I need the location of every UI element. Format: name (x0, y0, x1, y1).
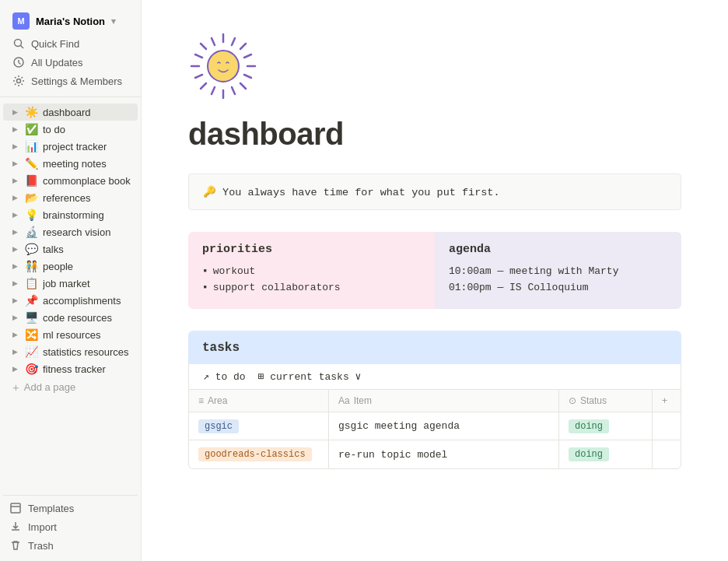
quick-find-label: Quick Find (31, 38, 79, 50)
templates-icon (9, 502, 22, 514)
quick-find-button[interactable]: Quick Find (6, 34, 135, 53)
fitness-icon: 🎯 (25, 363, 38, 375)
sidebar: M Maria's Notion ▾ Quick Find All Update… (0, 0, 142, 561)
dashboard-label: dashboard (43, 107, 131, 118)
people-icon: 🧑‍🤝‍🧑 (25, 260, 38, 272)
code-resources-label: code resources (43, 312, 131, 324)
col-status: ⊙ Status (559, 390, 653, 412)
chevron-icon: ▶ (9, 312, 20, 323)
priority-item-2-text: support collaborators (213, 282, 341, 293)
svg-point-0 (15, 40, 22, 47)
sidebar-item-brainstorming[interactable]: ▶ 💡 brainstorming (3, 206, 138, 223)
all-updates-button[interactable]: All Updates (6, 53, 135, 72)
add-page-button[interactable]: + Add a page (3, 377, 138, 397)
agenda-list: 10:00am — meeting with Marty 01:00pm — I… (449, 265, 667, 293)
todo-label: to do (43, 124, 131, 135)
dashboard-icon: ☀️ (25, 106, 38, 118)
workspace-name: Maria's Notion (36, 16, 105, 27)
statistics-icon: 📈 (25, 345, 38, 358)
todo-link[interactable]: ↗ to do (203, 370, 246, 383)
svg-line-4 (19, 63, 21, 65)
tasks-title: tasks (202, 341, 240, 355)
workspace-button[interactable]: M Maria's Notion ▾ (6, 8, 135, 34)
sidebar-item-dashboard[interactable]: ▶ ☀️ dashboard (3, 103, 138, 121)
quote-text: 🔑 You always have time for what you put … (203, 187, 500, 198)
sidebar-item-fitness[interactable]: ▶ 🎯 fitness tracker (3, 360, 138, 377)
talks-label: talks (43, 244, 131, 255)
meeting-notes-icon: ✏️ (25, 157, 38, 170)
chevron-icon: ▶ (9, 209, 20, 220)
import-button[interactable]: Import (3, 517, 138, 536)
trash-button[interactable]: Trash (3, 536, 138, 555)
col-area-icon: ≡ (198, 395, 204, 406)
chevron-icon: ▶ (9, 175, 20, 186)
row2-extra (653, 440, 681, 468)
add-column-icon: + (662, 395, 667, 406)
sidebar-item-code-resources[interactable]: ▶ 🖥️ code resources (3, 309, 138, 326)
sun-illustration (188, 31, 681, 101)
col-area: ≡ Area (189, 390, 329, 412)
code-resources-icon: 🖥️ (25, 311, 38, 324)
statistics-label: statistics resources (43, 346, 131, 358)
priority-item-2: support collaborators (202, 282, 421, 293)
sidebar-item-references[interactable]: ▶ 📂 references (3, 189, 138, 206)
svg-line-13 (240, 83, 246, 89)
sidebar-item-research-vision[interactable]: ▶ 🔬 research vision (3, 223, 138, 240)
col-status-label: Status (580, 395, 607, 406)
col-add[interactable]: + (653, 390, 681, 412)
tasks-header: tasks (188, 331, 681, 364)
area-tag-goodreads: goodreads-classics (198, 447, 312, 461)
commonplace-icon: 📕 (25, 174, 38, 187)
sidebar-item-people[interactable]: ▶ 🧑‍🤝‍🧑 people (3, 258, 138, 275)
tasks-subheader: ↗ to do ⊞ current tasks ∨ (188, 364, 681, 389)
svg-line-1 (21, 46, 24, 49)
col-status-icon: ⊙ (569, 395, 576, 406)
tasks-section: tasks ↗ to do ⊞ current tasks ∨ ≡ Area A… (188, 331, 681, 469)
agenda-box: agenda 10:00am — meeting with Marty 01:0… (435, 232, 681, 309)
status-tag-doing-2: doing (569, 447, 609, 461)
current-tasks-link[interactable]: ⊞ current tasks ∨ (258, 370, 362, 383)
agenda-item-2: 01:00pm — IS Colloquium (449, 282, 667, 293)
job-market-icon: 📋 (25, 277, 38, 289)
row1-area: gsgic (189, 412, 329, 440)
row1-extra (653, 412, 681, 440)
svg-point-5 (17, 79, 21, 83)
import-label: Import (28, 521, 57, 533)
quote-box: 🔑 You always have time for what you put … (188, 174, 681, 210)
sidebar-item-accomplishments[interactable]: ▶ 📌 accomplishments (3, 292, 138, 309)
sidebar-item-commonplace[interactable]: ▶ 📕 commonplace book (3, 172, 138, 189)
sidebar-item-todo[interactable]: ▶ ✅ to do (3, 121, 138, 138)
svg-line-21 (244, 54, 251, 58)
main-content: dashboard 🔑 You always have time for wha… (142, 0, 728, 561)
templates-button[interactable]: Templates (3, 499, 138, 517)
row2-item: re-run topic model (329, 440, 559, 468)
settings-button[interactable]: Settings & Members (6, 72, 135, 90)
chevron-icon: ▶ (9, 192, 20, 203)
commonplace-label: commonplace book (43, 175, 131, 187)
settings-label: Settings & Members (31, 75, 122, 87)
page-title: dashboard (188, 117, 681, 152)
brainstorming-icon: 💡 (25, 209, 38, 221)
sidebar-item-statistics[interactable]: ▶ 📈 statistics resources (3, 343, 138, 360)
sidebar-item-meeting-notes[interactable]: ▶ ✏️ meeting notes (3, 155, 138, 172)
sidebar-item-talks[interactable]: ▶ 💬 talks (3, 240, 138, 258)
priorities-agenda-section: priorities workout support collaborators… (188, 232, 681, 309)
svg-rect-6 (11, 503, 20, 513)
sidebar-item-ml-resources[interactable]: ▶ 🔀 ml resources (3, 326, 138, 343)
trash-label: Trash (28, 540, 54, 552)
svg-line-22 (232, 38, 235, 45)
col-item-label: Item (354, 395, 372, 406)
agenda-title: agenda (449, 243, 667, 256)
table-row: gsgic gsgic meeting agenda doing (189, 412, 681, 440)
workspace-icon: M (12, 12, 30, 30)
sidebar-item-project-tracker[interactable]: ▶ 📊 project tracker (3, 138, 138, 155)
row2-area: goodreads-classics (189, 440, 329, 468)
chevron-icon: ▶ (9, 244, 20, 254)
sidebar-divider-bottom (3, 495, 138, 496)
chevron-icon: ▶ (9, 158, 20, 169)
sidebar-item-job-market[interactable]: ▶ 📋 job market (3, 275, 138, 292)
chevron-icon: ▶ (9, 226, 20, 237)
job-market-label: job market (43, 278, 131, 289)
col-item-icon: Aa (338, 395, 350, 406)
accomplishments-label: accomplishments (43, 295, 131, 307)
